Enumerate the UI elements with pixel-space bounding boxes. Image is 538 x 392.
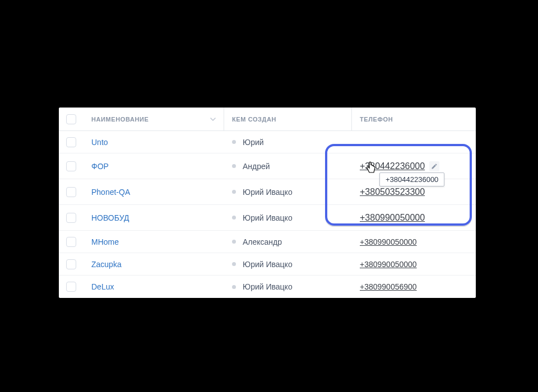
creator-label: Юрий Ивацко — [243, 188, 293, 197]
row-checkbox[interactable] — [66, 137, 76, 147]
row-checkbox[interactable] — [66, 213, 76, 223]
phone-link[interactable]: +380442236000 — [360, 161, 425, 171]
name-link[interactable]: Unto — [91, 138, 108, 147]
creator-label: Андрей — [243, 162, 270, 171]
status-dot-icon — [232, 164, 236, 168]
phone-link[interactable]: +380990050000 — [360, 237, 417, 246]
table-header: НАИМЕНОВАНИЕ КЕМ СОЗДАН ТЕЛЕФОН — [59, 108, 476, 131]
row-checkbox[interactable] — [66, 259, 76, 269]
select-all-checkbox[interactable] — [66, 114, 76, 124]
status-dot-icon — [232, 262, 236, 266]
creator-label: Юрий — [243, 138, 264, 147]
pencil-icon[interactable] — [429, 161, 439, 171]
status-dot-icon — [232, 216, 236, 220]
table-row: Unto Юрий — [59, 131, 476, 153]
phone-link[interactable]: +380990050000 — [360, 260, 417, 269]
status-dot-icon — [232, 285, 236, 289]
row-checkbox[interactable] — [66, 161, 76, 171]
phone-link[interactable]: +380503523300 — [360, 187, 425, 197]
phone-link[interactable]: +380990056900 — [360, 282, 417, 291]
row-checkbox[interactable] — [66, 237, 76, 247]
phone-link[interactable]: +380990050000 — [360, 213, 425, 223]
name-link[interactable]: Phonet-QA — [91, 188, 130, 197]
creator-label: Юрий Ивацко — [243, 213, 293, 222]
column-header-name-label: НАИМЕНОВАНИЕ — [91, 116, 149, 123]
table-row: DeLux Юрий Ивацко +380990056900 — [59, 276, 476, 298]
name-link[interactable]: Zacupka — [91, 260, 122, 269]
row-checkbox[interactable] — [66, 282, 76, 292]
column-header-creator[interactable]: КЕМ СОЗДАН — [224, 108, 352, 130]
table-row: НОВОБУД Юрий Ивацко +380990050000 — [59, 205, 476, 231]
row-checkbox[interactable] — [66, 187, 76, 197]
table-row: Zacupka Юрий Ивацко +380990050000 — [59, 253, 476, 276]
name-link[interactable]: DeLux — [91, 282, 114, 291]
column-header-creator-label: КЕМ СОЗДАН — [232, 116, 276, 123]
table-card: НАИМЕНОВАНИЕ КЕМ СОЗДАН ТЕЛЕФОН Unto Юри… — [59, 108, 476, 298]
name-link[interactable]: ФОР — [91, 162, 109, 171]
name-link[interactable]: MHome — [91, 237, 119, 246]
creator-label: Юрий Ивацко — [243, 260, 293, 269]
column-header-name[interactable]: НАИМЕНОВАНИЕ — [84, 108, 224, 130]
phone-tooltip: +380442236000 — [379, 172, 444, 186]
column-header-phone-label: ТЕЛЕФОН — [360, 116, 393, 123]
name-link[interactable]: НОВОБУД — [91, 213, 129, 222]
chevron-down-icon — [210, 116, 216, 122]
status-dot-icon — [232, 140, 236, 144]
creator-label: Александр — [243, 237, 282, 246]
creator-label: Юрий Ивацко — [243, 282, 293, 291]
phone-tooltip-label: +380442236000 — [386, 175, 438, 184]
status-dot-icon — [232, 240, 236, 244]
header-checkbox-cell — [59, 108, 84, 130]
status-dot-icon — [232, 190, 236, 194]
column-header-phone[interactable]: ТЕЛЕФОН — [352, 108, 476, 130]
table-row: MHome Александр +380990050000 — [59, 231, 476, 253]
